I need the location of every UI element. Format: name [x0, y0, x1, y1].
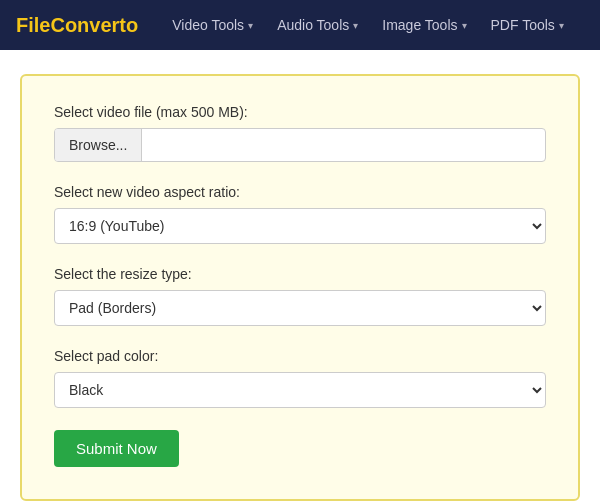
nav-label-image: Image Tools [382, 17, 457, 33]
pad-color-label: Select pad color: [54, 348, 546, 364]
nav-label-audio: Audio Tools [277, 17, 349, 33]
nav-label-pdf: PDF Tools [491, 17, 555, 33]
nav-item-audio[interactable]: Audio Tools ▾ [267, 11, 368, 39]
nav-item-image[interactable]: Image Tools ▾ [372, 11, 476, 39]
nav-label-video: Video Tools [172, 17, 244, 33]
submit-button[interactable]: Submit Now [54, 430, 179, 467]
pad-color-group: Select pad color: Black White Gray Blue … [54, 348, 546, 408]
chevron-down-icon: ▾ [353, 20, 358, 31]
resize-type-select[interactable]: Pad (Borders) Crop Stretch [54, 290, 546, 326]
aspect-ratio-select[interactable]: 16:9 (YouTube) 4:3 (Standard) 1:1 (Squar… [54, 208, 546, 244]
chevron-down-icon: ▾ [559, 20, 564, 31]
nav-link-audio[interactable]: Audio Tools ▾ [267, 11, 368, 39]
file-input-row: Browse... [54, 128, 546, 162]
nav-item-video[interactable]: Video Tools ▾ [162, 11, 263, 39]
site-logo[interactable]: FileConverto [16, 14, 138, 37]
aspect-ratio-group: Select new video aspect ratio: 16:9 (You… [54, 184, 546, 244]
nav-menu: Video Tools ▾ Audio Tools ▾ Image Tools … [162, 11, 574, 39]
navbar: FileConverto Video Tools ▾ Audio Tools ▾… [0, 0, 600, 50]
file-select-group: Select video file (max 500 MB): Browse..… [54, 104, 546, 162]
nav-item-pdf[interactable]: PDF Tools ▾ [481, 11, 574, 39]
aspect-ratio-label: Select new video aspect ratio: [54, 184, 546, 200]
form-card: Select video file (max 500 MB): Browse..… [20, 74, 580, 501]
resize-type-group: Select the resize type: Pad (Borders) Cr… [54, 266, 546, 326]
nav-link-pdf[interactable]: PDF Tools ▾ [481, 11, 574, 39]
logo-text-main: FileConvert [16, 14, 126, 36]
resize-type-label: Select the resize type: [54, 266, 546, 282]
nav-link-image[interactable]: Image Tools ▾ [372, 11, 476, 39]
chevron-down-icon: ▾ [248, 20, 253, 31]
main-content: Select video file (max 500 MB): Browse..… [0, 50, 600, 501]
nav-link-video[interactable]: Video Tools ▾ [162, 11, 263, 39]
file-name-display [142, 137, 545, 153]
chevron-down-icon: ▾ [462, 20, 467, 31]
pad-color-select[interactable]: Black White Gray Blue Red Green [54, 372, 546, 408]
logo-highlight: o [126, 14, 138, 36]
browse-button[interactable]: Browse... [55, 129, 142, 161]
file-label: Select video file (max 500 MB): [54, 104, 546, 120]
